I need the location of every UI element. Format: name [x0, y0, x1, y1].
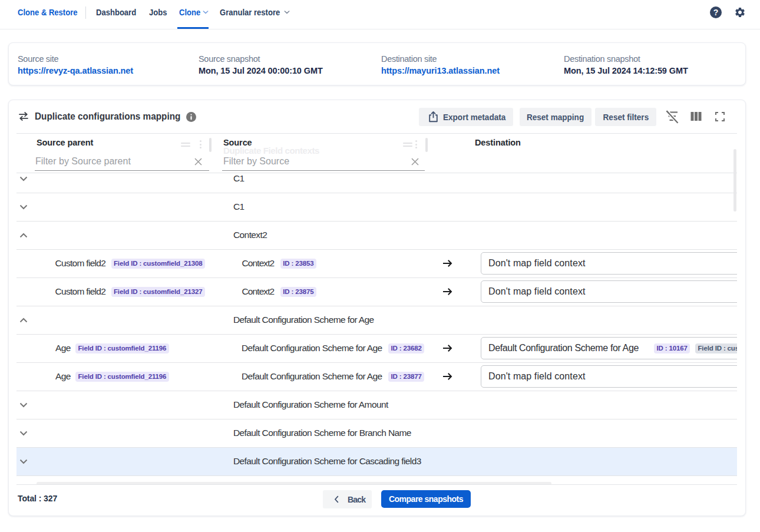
svg-text:?: ?: [713, 8, 719, 17]
